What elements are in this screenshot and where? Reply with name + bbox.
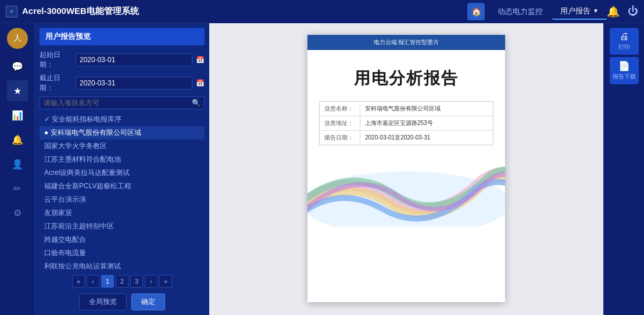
app-title: Acrel-3000WEB电能管理系统 [22,6,139,17]
download-label: 报告下载 [613,73,636,81]
print-icon: 🖨 [620,31,629,42]
avatar[interactable]: 人 [7,28,28,49]
tree-item[interactable]: 国家大学火学务教区 [40,139,205,153]
end-date-row: 截止日期： 📅 [40,73,205,93]
tree-item[interactable]: 云平台演示演 [40,193,205,206]
tree-item[interactable]: 友朋家居 [40,206,205,220]
sidebar-icon-message[interactable]: 💬 [7,56,28,77]
end-date-input[interactable] [76,77,192,90]
power-icon[interactable]: ⏻ [628,5,638,17]
search-icon[interactable]: 🔍 [192,99,201,107]
right-panel: 🖨 打印 📄 报告下载 [603,23,644,315]
sidebar-icon-chart[interactable]: 📊 [7,105,28,126]
page-first[interactable]: « [72,275,85,288]
sidebar-icon-settings[interactable]: ⚙ [7,202,28,223]
tree-item[interactable]: ✓ 安全能耗指标电报库序 [40,113,205,126]
panel-buttons: 全局预览 确定 [40,293,205,310]
tree-item[interactable]: 利联按公充电站运算测试 [40,260,205,269]
sidebar: 人 💬 ★ 📊 🔔 👤 ✏ ⚙ [0,23,35,315]
doc-title-area: 用电分析报告 [307,50,505,101]
doc-info-value: 2020-03-01至2020-03-31 [360,131,493,145]
page-last[interactable]: » [159,275,172,288]
sidebar-icon-edit[interactable]: ✏ [7,178,28,199]
nav-monitor[interactable]: 动态电力监控 [489,4,551,19]
page-2[interactable]: 2 [116,275,128,288]
calendar-icon-start[interactable]: 📅 [196,56,205,64]
tree-item[interactable]: 江苏主墨材料符合配电池 [40,153,205,166]
left-panel: 用户报告预览 起始日期： 📅 截止日期： 📅 🔍 ✓ 安全能耗指标电报库序● 安… [35,23,209,315]
calendar-icon-end[interactable]: 📅 [196,79,205,87]
home-button[interactable]: 🏠 [467,3,485,20]
sidebar-icon-bell[interactable]: 🔔 [7,129,28,150]
page-3[interactable]: 3 [130,275,143,288]
start-date-label: 起始日期： [40,50,72,70]
end-date-label: 截止日期： [40,73,72,93]
topbar: ≡ Acrel-3000WEB电能管理系统 🏠 动态电力监控 用户报告 ▼ 🔔 … [0,0,644,23]
doc-info-label: 撮告日期： [320,131,360,145]
doc-info-label: 业患名称： [320,102,360,116]
doc-wave-area [307,151,505,302]
logo-icon: ≡ [6,6,17,17]
doc-info-row: 撮告日期：2020-03-01至2020-03-31 [320,131,493,145]
search-input[interactable] [44,99,192,107]
app-logo: ≡ Acrel-3000WEB电能管理系统 [6,6,467,17]
doc-page: 电力云端 报汇管控型墨方 用电分析报告 业患名称：安科瑞电气股份有限公司区域业患… [307,35,505,302]
sidebar-icon-user[interactable]: 👤 [7,153,28,174]
download-icon: 📄 [618,60,630,71]
print-label: 打印 [618,43,630,51]
tree-item[interactable]: 口验布电流量 [40,246,205,260]
doc-main-title: 用电分析报告 [319,67,493,90]
start-date-input[interactable] [76,53,192,66]
doc-info-row: 业患名称：安科瑞电气股份有限公司区域 [320,102,493,116]
download-button[interactable]: 📄 报告下载 [610,57,639,84]
doc-header-bar: 电力云端 报汇管控型墨方 [307,35,505,50]
tree-item[interactable]: 福建合全新PCLV超极松工程 [40,180,205,193]
start-date-row: 起始日期： 📅 [40,50,205,70]
tree-item[interactable]: ● 安科瑞电气股份有限公司区域 [40,126,205,139]
doc-info-label: 业患地址： [320,116,360,130]
page-1[interactable]: 1 [101,275,114,288]
top-nav: 动态电力监控 用户报告 ▼ [489,3,607,20]
preview-all-button[interactable]: 全局预览 [79,293,127,310]
tree-item[interactable]: Acrel设两美拉马达配量测试 [40,166,205,180]
print-button[interactable]: 🖨 打印 [610,28,639,55]
search-row: 🔍 [40,96,205,109]
main-content: 人 💬 ★ 📊 🔔 👤 ✏ ⚙ 用户报告预览 起始日期： 📅 截止日期： 📅 🔍… [0,23,644,315]
nav-report[interactable]: 用户报告 ▼ [552,3,607,20]
doc-info-value: 安科瑞电气股份有限公司区域 [360,102,493,116]
tree-item[interactable]: 跨越交电配合 [40,233,205,246]
panel-title: 用户报告预览 [40,28,205,45]
doc-info-row: 业患地址：上海市嘉定区宝源路253号 [320,116,493,131]
doc-area: 电力云端 报汇管控型墨方 用电分析报告 业患名称：安科瑞电气股份有限公司区域业患… [209,23,603,315]
confirm-button[interactable]: 确定 [131,293,165,310]
pagination: « ‹ 1 2 3 › » [40,273,205,290]
topbar-right: 🔔 ⏻ [607,5,638,18]
doc-info-value: 上海市嘉定区宝源路253号 [360,116,493,130]
alert-icon[interactable]: 🔔 [607,5,620,18]
nav-dropdown-arrow: ▼ [593,8,599,14]
sidebar-icon-star[interactable]: ★ [7,80,28,101]
page-next[interactable]: › [145,275,158,288]
tree-item[interactable]: 江苏前沿主超特别中区 [40,220,205,233]
page-prev[interactable]: ‹ [87,275,99,288]
tree-list: ✓ 安全能耗指标电报库序● 安科瑞电气股份有限公司区域国家大学火学务教区江苏主墨… [40,113,205,269]
doc-info-table: 业患名称：安科瑞电气股份有限公司区域业患地址：上海市嘉定区宝源路253号撮告日期… [319,101,493,145]
